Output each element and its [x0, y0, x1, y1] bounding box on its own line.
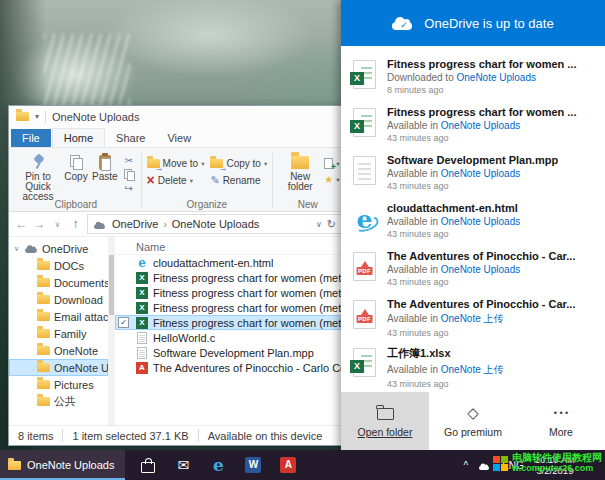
activity-status: Available in OneNote Uploads [387, 264, 575, 275]
refresh-icon[interactable]: ↻ [327, 218, 336, 231]
selection-info: 1 item selected 37.1 KB [72, 430, 188, 442]
sidebar-item-pictures[interactable]: Pictures [9, 376, 108, 393]
pin-to-quick-access-button[interactable]: Pin to Quick access [14, 151, 62, 204]
folder-link[interactable]: OneNote 上传 [441, 313, 504, 324]
store-icon[interactable] [139, 456, 157, 474]
copy-path-icon[interactable] [121, 168, 137, 181]
folder-link[interactable]: OneNote Uploads [457, 72, 537, 83]
selection-checkbox[interactable]: ✓ [118, 317, 129, 328]
clock[interactable]: 10:19 AM 3/2/2019 [535, 454, 575, 476]
status-bar: 8 items 1 item selected 37.1 KB Availabl… [9, 425, 347, 445]
file-row[interactable]: ✓ Fitness progress chart for women (metr… [115, 270, 347, 285]
sidebar-item-family[interactable]: Family [9, 325, 108, 342]
folder-link[interactable]: OneNote Uploads [441, 264, 521, 275]
paste-shortcut-icon[interactable]: ↪ [121, 182, 137, 195]
paste-button[interactable]: Paste [90, 151, 120, 184]
excel-file-icon [353, 60, 376, 89]
breadcrumb[interactable]: OneDrive › OneNote Uploads ∨ ↻ [87, 214, 343, 234]
breadcrumb-separator-icon: › [163, 219, 166, 230]
onedrive-activity-item[interactable]: The Adventures of Pinocchio - Car... Ava… [341, 245, 605, 293]
expander-icon[interactable]: ∨ [12, 245, 21, 253]
folder-link[interactable]: OneNote 上传 [441, 364, 504, 375]
go-premium-button[interactable]: Go premium [429, 392, 517, 450]
qat-customize-icon[interactable]: ▾ [35, 112, 39, 121]
folder-icon [37, 397, 50, 406]
file-row[interactable]: ✓ cloudattachment-en.html [115, 255, 347, 270]
sidebar-item-onenote-upload[interactable]: OneNote Upload [9, 359, 108, 376]
up-button[interactable]: ↑ [67, 217, 84, 231]
ribbon-tabs: FileHomeShareView [9, 127, 347, 147]
availability-status: Available on this device [208, 430, 323, 442]
tab-share[interactable]: Share [105, 129, 156, 147]
edge-icon[interactable] [209, 456, 227, 474]
more-button[interactable]: More [517, 392, 605, 450]
file-row[interactable]: ✓ Fitness progress chart for women (metr… [115, 300, 347, 315]
breadcrumb-current[interactable]: OneNote Uploads [172, 218, 259, 230]
tab-file[interactable]: File [11, 129, 51, 147]
copy-button[interactable]: Copy [62, 151, 90, 184]
onedrive-status-text: OneDrive is up to date [424, 16, 553, 31]
sidebar-item-email-attachmen[interactable]: Email attachmen [9, 308, 108, 325]
delete-button[interactable]: Delete▾ [145, 174, 207, 187]
sidebar-item-docs[interactable]: DOCs [9, 257, 108, 274]
mail-icon[interactable] [174, 456, 192, 474]
titlebar[interactable]: ▾ OneNote Uploads [9, 106, 347, 127]
sidebar-item-label: Family [54, 328, 86, 340]
address-dropdown-icon[interactable]: ∨ [316, 220, 322, 229]
html-file-icon [353, 204, 376, 233]
folder-icon [37, 295, 50, 304]
sidebar-item-item[interactable]: 公共 [9, 393, 108, 410]
onedrive-activity-item[interactable]: Software Development Plan.mpp Available … [341, 149, 605, 197]
file-name: HelloWorld.c [153, 332, 215, 344]
sidebar-item-label: Email attachmen [54, 311, 108, 323]
open-folder-button[interactable]: Open folder [341, 392, 429, 450]
sidebar-item-download[interactable]: Download [9, 291, 108, 308]
onedrive-activity-item[interactable]: Fitness progress chart for women ... Ava… [341, 101, 605, 149]
sidebar-item-onenote[interactable]: OneNote [9, 342, 108, 359]
taskbar-button-explorer[interactable]: OneNote Uploads [0, 450, 125, 480]
tab-home[interactable]: Home [52, 128, 105, 147]
activity-file-title: Fitness progress chart for women ... [387, 58, 577, 70]
activity-status: Available in OneNote 上传 [387, 363, 504, 377]
copy-to-button[interactable]: Copy to▾ [208, 158, 269, 169]
sidebar-item-documents[interactable]: Documents [9, 274, 108, 291]
easy-access-button[interactable]: ★▾ [324, 174, 339, 185]
onedrive-activity-item[interactable]: Fitness progress chart for women ... Dow… [341, 53, 605, 101]
file-row[interactable]: ✓ Software Development Plan.mpp [115, 345, 347, 360]
onedrive-tray-icon[interactable] [479, 461, 491, 470]
forward-button[interactable]: → [31, 217, 48, 231]
back-button[interactable]: ← [13, 217, 30, 231]
folder-link[interactable]: OneNote Uploads [441, 168, 521, 179]
new-folder-button[interactable]: New folder [276, 151, 324, 194]
onedrive-activity-item[interactable]: cloudattachment-en.html Available in One… [341, 197, 605, 245]
html-file-icon [136, 257, 148, 269]
navigation-scrollbar[interactable] [108, 237, 115, 425]
file-row[interactable]: ✓ Fitness progress chart for women (metr… [115, 315, 347, 330]
activity-time: 43 minutes ago [387, 181, 558, 191]
onedrive-activity-item[interactable]: 工作簿1.xlsx Available in OneNote 上传 43 min… [341, 341, 605, 389]
recent-locations-icon[interactable]: ∨ [49, 220, 66, 229]
file-row[interactable]: ✓ HelloWorld.c [115, 330, 347, 345]
file-row[interactable]: ✓ The Adventures of Pinocchio - Carlo Co… [115, 360, 347, 375]
sidebar-item-onedrive[interactable]: ∨ OneDrive [9, 240, 108, 257]
onedrive-activity-item[interactable]: The Adventures of Pinocchio - Car... Ava… [341, 293, 605, 341]
folder-link[interactable]: OneNote Uploads [441, 216, 521, 227]
file-row[interactable]: ✓ Fitness progress chart for women (metr… [115, 285, 347, 300]
name-column-header[interactable]: Name [115, 239, 347, 255]
breadcrumb-root[interactable]: OneDrive [112, 218, 158, 230]
new-item-button[interactable]: ▾ [324, 158, 339, 169]
rename-button[interactable]: Rename [208, 174, 269, 187]
activity-status: Available in OneNote Uploads [387, 216, 520, 227]
rename-icon [210, 174, 219, 187]
move-to-button[interactable]: Move to▾ [145, 158, 207, 169]
acrobat-icon[interactable] [279, 456, 297, 474]
folder-icon [37, 312, 50, 321]
cut-icon[interactable]: ✂ [121, 154, 137, 167]
sidebar-item-label: Documents [54, 277, 108, 289]
new-item-icon [324, 158, 333, 169]
tray-expand-icon[interactable]: ^ [463, 460, 468, 471]
tab-view[interactable]: View [156, 129, 202, 147]
ime-indicator[interactable]: ENG [502, 460, 524, 471]
folder-link[interactable]: OneNote Uploads [441, 120, 521, 131]
word-icon[interactable] [244, 456, 262, 474]
